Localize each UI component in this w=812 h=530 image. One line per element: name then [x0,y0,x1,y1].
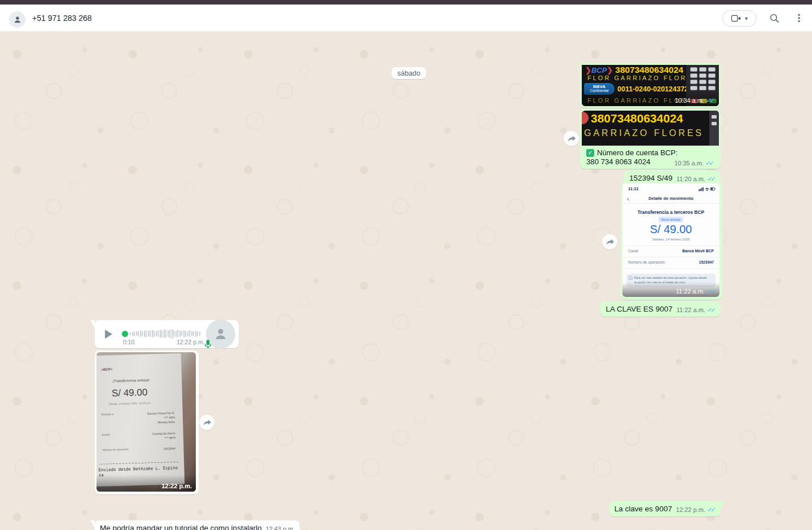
image-timestamp-overlay: 12:22 p.m. [96,475,196,492]
image-timestamp-overlay: 11:22 a.m. ✓✓ [622,282,719,297]
chat-message-area[interactable]: sábado ❯BCP❯ 38073480634024 FLOR GARRIAZ… [0,32,812,530]
message-image-bank-screenshot[interactable]: 11:21 ‹ Detalle de movimiento Tr [621,182,722,300]
message-time: 10:35 a.m. [674,160,704,167]
receipt-date: Sábado, 14 febrero 2026 - 12:14 p.m. [96,401,166,406]
forward-icon [567,135,576,143]
receipt-photo: >BCP> ¡Transferencia exitosa! S/ 49.00 S… [96,352,196,492]
voice-waveform[interactable] [130,328,200,339]
bank-card-image: ❯BCP❯ 38073480634024 FLOR GARRIAZO FLORE… [582,65,719,106]
double-check-icon: ✓✓ [705,160,714,167]
message-text: 152394 S/49 [629,174,673,182]
double-check-icon: ✓✓ [706,288,716,295]
receipt-op-value: 01523947 [164,446,176,452]
receipt-from-label: Desde [102,433,110,443]
contact-phone-number[interactable]: +51 971 283 268 [32,5,92,32]
bcp-account-number: 38073480634024 [615,65,683,75]
check-emoji-icon: ✓ [586,149,594,157]
message-text: LA CLAVE ES 9007 [605,305,672,313]
contact-avatar[interactable] [9,11,25,28]
bcp-logo: ❯BCP❯ [585,66,613,75]
card-logo-fragment [582,112,589,124]
receipt-paper: >BCP> ¡Transferencia exitosa! S/ 49.00 S… [96,353,185,487]
video-call-button[interactable]: ▾ [722,10,757,27]
message-time: 11:22 a.m. [676,288,705,295]
message-image-bank-card-1[interactable]: ❯BCP❯ 38073480634024 FLOR GARRIAZO FLORE… [580,63,721,108]
phone-edge-graphic [709,111,719,146]
transfer-amount: S/ 49.00 [622,223,719,236]
amount-badge: Monto debitado [659,217,683,222]
message-time: 12:22 p.m. [676,506,705,513]
video-camera-icon [731,15,741,22]
receipt-from-values: Cuentas De Ahorro **** 8079 [152,431,175,441]
message-image-receipt-photo[interactable]: >BCP> ¡Transferencia exitosa! S/ 49.00 S… [95,351,199,494]
receipt-amount: S/ 49.00 [96,387,166,400]
forward-icon [203,419,212,427]
bank-card-image-zoom: 38073480634024 GARRIAZO FLORES [582,111,719,146]
voice-progress-handle[interactable] [122,331,128,337]
message-key-upper[interactable]: LA CLAVE ES 9007 11:22 a.m. ✓✓ [600,301,721,317]
message-text: La clave es 9007 [615,505,672,513]
forward-message-button[interactable] [564,131,579,146]
message-time: 12:43 p.m. [266,525,295,530]
operation-number-label: Número de operación [628,260,665,264]
message-time: 12:22 p.m. [177,339,205,345]
person-icon [12,15,23,25]
transfer-date: Sábado, 14 febrero 2026 [622,238,719,241]
bcp-account-number-large: 38073480634024 [591,112,683,125]
bcp-receipt-logo: >BCP> [101,367,112,371]
image-caption: ✓ Número de cuenta BCP: 380 734 8063 402… [582,146,719,169]
image-timestamp-overlay: 10:34 a.m. ✓✓ [582,91,719,106]
message-key-lower[interactable]: La clave es 9007 12:22 p.m. ✓✓ [609,501,721,516]
header-actions: ▾ [722,5,806,32]
canal-label: Canal [628,249,638,253]
message-text: Me podría mandar un tutorial de como ins… [100,524,262,530]
voice-duration: 0:10 [123,339,134,345]
message-image-bank-card-2[interactable]: 38073480634024 GARRIAZO FLORES ✓ Número … [580,109,721,169]
receipt-sent-label: Enviado a [102,413,114,427]
card-holder-name-1: FLOR GARRIAZO FLORES [587,75,699,81]
chat-header: +51 971 283 268 ▾ [0,5,812,32]
mic-unplayed-icon [204,339,212,349]
double-check-icon: ✓✓ [707,306,716,313]
chevron-down-icon: ▾ [745,15,748,21]
search-icon [769,13,780,24]
whatsapp-window: +51 971 283 268 ▾ [0,0,812,530]
message-time: 12:22 p.m. [161,483,192,489]
transfer-title: Transferencia a terceros BCP [622,209,719,215]
screen-title: Detalle de movimiento [648,196,694,201]
message-tutorial-request[interactable]: Me podría mandar un tutorial de como ins… [95,520,300,530]
back-chevron-icon: ‹ [627,195,629,202]
bank-app-screenshot: 11:21 ‹ Detalle de movimiento Tr [622,183,719,297]
status-bar-time: 11:21 [628,186,639,191]
forward-icon [605,238,615,246]
search-button[interactable] [767,11,782,25]
menu-button[interactable] [792,11,806,25]
window-title-bar [0,0,812,5]
message-time: 11:22 a.m. [677,306,705,313]
forward-message-button[interactable] [602,234,617,249]
forward-message-button[interactable] [199,415,214,430]
receipt-op-label: Número de operación [102,448,128,453]
canal-value: Banca Móvil BCP [682,249,714,253]
voice-sender-avatar[interactable] [206,319,235,349]
person-icon [212,326,229,343]
message-time: 10:34 a.m. [675,97,704,104]
operation-number-value: 1523947 [699,260,714,264]
receipt-title: ¡Transferencia exitosa! [96,377,169,383]
play-icon[interactable] [105,330,112,339]
card-holder-name: GARRIAZO FLORES [584,128,704,138]
double-check-icon: ✓✓ [707,506,716,513]
kebab-menu-icon [794,13,804,23]
receipt-sent-values: Garriazo Flores Flor G. **** 4024 Moneda… [147,411,175,426]
status-bar-icons [699,186,716,191]
message-voice-note[interactable]: 0:10 12:22 p.m. [95,320,239,348]
double-check-icon: ✓✓ [706,97,715,104]
date-separator: sábado [392,67,426,79]
caption-text-line1: Número de cuenta BCP: [597,148,678,157]
